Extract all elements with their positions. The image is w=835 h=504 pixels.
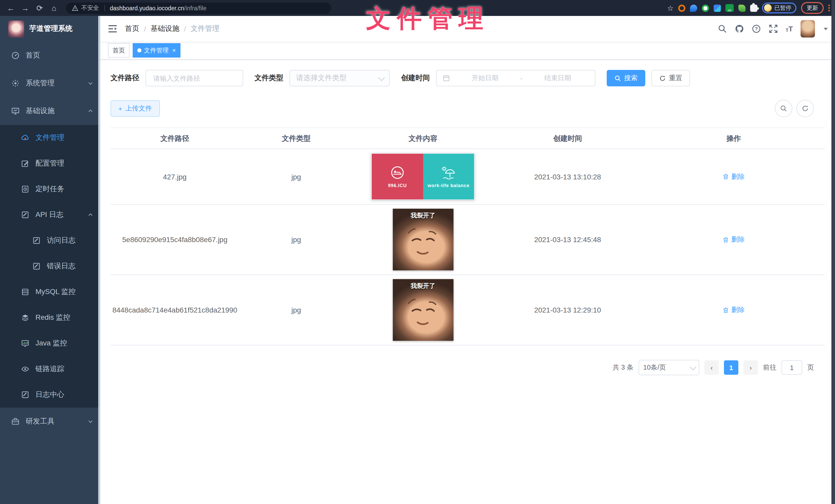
browser-update-button[interactable]: 更新 — [801, 2, 824, 14]
next-page-button[interactable]: › — [744, 360, 758, 375]
sidebar-item-trace[interactable]: 链路追踪 — [0, 356, 100, 382]
extension-grid-icon[interactable] — [714, 4, 721, 12]
sidebar-menu: 首页 系统管理 基础设施 文件管理 — [0, 42, 100, 435]
sidebar-logo[interactable]: 芋道管理系统 — [0, 16, 100, 42]
refresh-table-button[interactable] — [796, 100, 814, 117]
sidebar-item-label: 研发工具 — [26, 417, 82, 426]
start-date-placeholder[interactable]: 开始日期 — [454, 74, 516, 83]
breadcrumb-current: 文件管理 — [191, 24, 220, 34]
banner-996-panel: 996.ICU — [372, 154, 423, 200]
goto-page-input[interactable] — [781, 360, 802, 375]
url-text: dashboard.yudao.iocoder.cn/infra/file — [110, 5, 206, 11]
security-label: 不安全 — [81, 4, 99, 12]
breadcrumb-home[interactable]: 首页 — [125, 24, 139, 34]
fullscreen-icon[interactable] — [769, 24, 778, 34]
extension-blue-icon[interactable] — [690, 4, 697, 12]
log-icon — [33, 262, 41, 270]
breadcrumb-infra[interactable]: 基础设施 — [151, 24, 180, 34]
sidebar-item-label: 文件管理 — [36, 133, 93, 142]
sidebar-scrollbar[interactable] — [98, 16, 100, 504]
file-table: 文件路径 文件类型 文件内容 创建时间 操作 427.jpg jpg — [110, 127, 825, 345]
log-icon — [21, 391, 29, 399]
refresh-icon — [801, 105, 809, 112]
help-icon[interactable]: ? — [752, 24, 761, 34]
browser-reload-button[interactable]: ⟳ — [34, 2, 45, 14]
window-scrollbar[interactable] — [831, 0, 835, 504]
file-preview-image[interactable]: 我裂开了 — [392, 209, 453, 270]
file-path-input[interactable] — [145, 70, 243, 86]
total-count: 共 3 条 — [613, 363, 633, 372]
github-icon[interactable] — [735, 24, 744, 34]
browser-profile-avatar — [764, 4, 772, 12]
tab-home[interactable]: 首页 — [108, 43, 129, 58]
search-button[interactable]: 搜索 — [607, 70, 645, 86]
sidebar-item-file-management[interactable]: 文件管理 — [0, 125, 100, 151]
file-preview-image[interactable]: 我裂开了 — [392, 279, 453, 341]
sidebar-item-system[interactable]: 系统管理 — [0, 69, 100, 97]
upload-file-button[interactable]: + 上传文件 — [110, 100, 160, 117]
sidebar-item-dev-tools[interactable]: 研发工具 — [0, 407, 100, 435]
tab-close-icon[interactable]: × — [172, 47, 176, 54]
sidebar-item-infra[interactable]: 基础设施 — [0, 97, 100, 125]
sidebar-item-mysql-monitor[interactable]: MySQL 监控 — [0, 279, 100, 305]
file-path-input-field[interactable] — [152, 74, 237, 83]
delete-button[interactable]: 删除 — [722, 235, 745, 244]
created-time-cell: 2021-03-13 13:10:28 — [493, 168, 643, 185]
browser-menu-icon[interactable] — [828, 5, 830, 11]
font-size-icon[interactable]: TT — [786, 25, 793, 33]
table-row: 5e8609290e915c4fa8b08e67.jpg jpg 我裂开了 20… — [110, 205, 825, 275]
reset-button[interactable]: 重置 — [651, 70, 690, 86]
search-icon[interactable] — [718, 24, 727, 34]
extension-on-badge[interactable]: on — [726, 4, 734, 12]
hamburger-icon[interactable] — [107, 24, 118, 34]
profile-paused-badge[interactable]: 已暂停 — [762, 3, 796, 13]
breadcrumb: 首页 / 基础设施 / 文件管理 — [125, 24, 220, 34]
sidebar-item-job[interactable]: 定时任务 — [0, 176, 100, 202]
extension-green-circle-icon[interactable] — [702, 4, 709, 12]
file-preview-image[interactable]: 996.ICU work-life balance — [371, 153, 474, 200]
sidebar-item-label: 首页 — [26, 51, 93, 60]
extension-sprout-icon[interactable] — [738, 4, 746, 12]
sidebar-item-api-log[interactable]: API 日志 — [0, 202, 100, 228]
table-row: 8448cada8c714e4ab61f521c8da21990 jpg 我裂开… — [110, 275, 825, 345]
page-size-select[interactable]: 10条/页 — [638, 360, 699, 375]
bookmark-star-icon[interactable]: ☆ — [667, 4, 674, 12]
prev-page-button[interactable]: ‹ — [705, 360, 719, 375]
paused-label: 已暂停 — [774, 4, 791, 12]
browser-home-button[interactable]: ⌂ — [48, 2, 60, 14]
page-content: 文件路径 文件类型 请选择文件类型 创建时间 — [100, 60, 835, 504]
browser-forward-button[interactable]: → — [20, 2, 31, 14]
browser-back-button[interactable]: ← — [5, 2, 17, 14]
sidebar-item-error-log[interactable]: 错误日志 — [0, 253, 100, 279]
address-bar[interactable]: 不安全 dashboard.yudao.iocoder.cn/infra/fil… — [66, 2, 331, 14]
tab-file-management[interactable]: 文件管理 × — [133, 43, 181, 58]
sidebar-item-log-center[interactable]: 日志中心 — [0, 382, 100, 407]
sidebar-item-access-log[interactable]: 访问日志 — [0, 228, 100, 253]
sidebar-item-redis-monitor[interactable]: Redis 监控 — [0, 305, 100, 331]
sidebar-item-config[interactable]: 配置管理 — [0, 151, 100, 176]
user-avatar[interactable] — [800, 20, 815, 38]
file-path-cell: 8448cada8c714e4ab61f521c8da21990 — [110, 302, 239, 318]
delete-button[interactable]: 删除 — [722, 172, 745, 181]
file-type-select[interactable]: 请选择文件类型 — [289, 70, 390, 86]
meme-caption: 我裂开了 — [392, 282, 453, 290]
scheduled-task-icon — [21, 185, 29, 193]
navbar-actions: ? TT — [718, 20, 828, 38]
page-number-1[interactable]: 1 — [724, 360, 738, 375]
delete-button[interactable]: 删除 — [722, 305, 745, 315]
calendar-icon — [443, 75, 450, 82]
extensions-puzzle-icon[interactable] — [750, 4, 757, 12]
search-button-label: 搜索 — [624, 74, 637, 83]
column-header: 文件内容 — [353, 128, 493, 149]
screen: ← → ⟳ ⌂ 不安全 dashboard.yudao.iocoder.cn/i… — [0, 0, 835, 504]
show-search-button[interactable] — [775, 100, 792, 117]
sidebar-item-java-monitor[interactable]: Java 监控 — [0, 331, 100, 356]
search-icon — [614, 75, 621, 82]
avatar-caret-icon[interactable] — [824, 27, 828, 30]
sidebar-item-label: MySQL 监控 — [36, 287, 93, 297]
end-date-placeholder[interactable]: 结束日期 — [527, 74, 589, 83]
date-range-picker[interactable]: 开始日期 - 结束日期 — [436, 70, 595, 86]
sidebar-item-home[interactable]: 首页 — [0, 42, 100, 69]
extension-orange-icon[interactable] — [678, 4, 685, 12]
sidebar: 芋道管理系统 首页 系统管理 基础设施 — [0, 16, 100, 504]
